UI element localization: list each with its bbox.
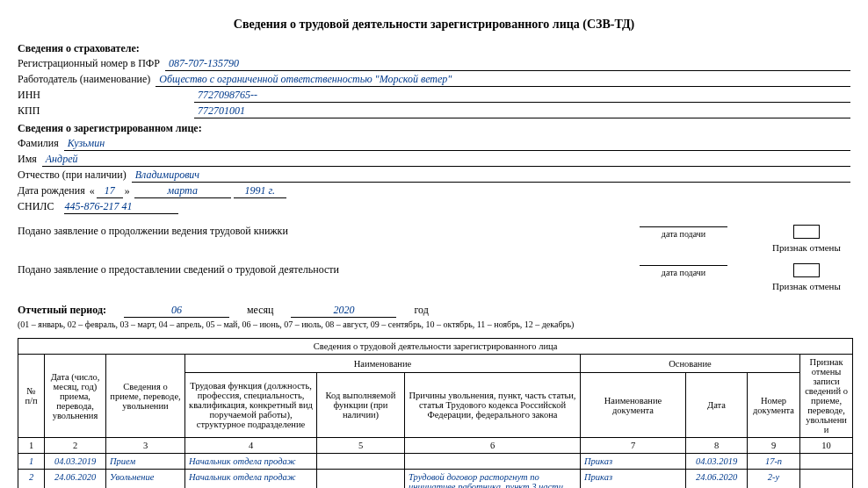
cancel-block-2: Признак отмены: [763, 263, 850, 291]
table-caption: Сведения о трудовой деятельности зарегис…: [18, 339, 853, 355]
hdr-cancel: Признак отмены записи сведений о приеме,…: [800, 355, 853, 438]
r2-event: Увольнение: [106, 470, 185, 489]
r1-n: 1: [18, 454, 45, 470]
table-row: 2 24.06.2020 Увольнение Начальник отдела…: [18, 470, 853, 489]
period-month-label: месяц: [247, 304, 274, 317]
colnum-3: 3: [106, 438, 185, 454]
r2-ddate: 24.06.2020: [686, 470, 748, 489]
hdr-dnum: Номер документа: [748, 373, 800, 438]
reg-label: Регистрационный номер в ПФР: [18, 57, 165, 70]
r1-cancel: [800, 454, 853, 470]
patronymic-value: Владимирович: [132, 169, 850, 183]
cancel-box-2: [793, 263, 820, 277]
r2-doc: Приказ: [581, 470, 686, 489]
r2-n: 2: [18, 470, 45, 489]
hdr-naim: Наименование: [185, 355, 581, 373]
colnum-8: 8: [686, 438, 748, 454]
application-line1: Подано заявление о продолжении ведения т…: [18, 225, 604, 238]
firstname-label: Имя: [18, 153, 42, 166]
patronymic-label: Отчество (при наличии): [18, 169, 132, 182]
colnum-5: 5: [317, 438, 405, 454]
colnum-6: 6: [405, 438, 581, 454]
hdr-osn: Основание: [581, 355, 800, 373]
hdr-doc: Наименование документа: [581, 373, 686, 438]
r2-code: [317, 470, 405, 489]
activity-table: Сведения о трудовой деятельности зарегис…: [18, 338, 853, 488]
colnum-1: 1: [18, 438, 45, 454]
date-submit-2: дата подачи: [640, 263, 727, 277]
cancel-label-2: Признак отмены: [763, 281, 850, 291]
period-label: Отчетный период:: [18, 304, 106, 317]
period-year-label: год: [414, 304, 428, 317]
dob-year: 1991 г.: [234, 184, 286, 198]
r1-date: 04.03.2019: [45, 454, 106, 470]
r1-event: Прием: [106, 454, 185, 470]
snils-label: СНИЛС: [18, 200, 54, 213]
dob-day: 17: [97, 184, 123, 198]
kpp-label: КПП: [18, 104, 194, 118]
r1-doc: Приказ: [581, 454, 686, 470]
surname-label: Фамилия: [18, 137, 64, 150]
colnum-9: 9: [748, 438, 800, 454]
dob-label: Дата рождения: [18, 184, 85, 197]
hdr-npp: № п/п: [18, 355, 45, 438]
surname-value: Кузьмин: [64, 137, 850, 151]
r2-cancel: [800, 470, 853, 489]
page-title: Сведения о трудовой деятельности зарегис…: [18, 18, 850, 32]
r1-code: [317, 454, 405, 470]
employer-value: Общество с ограниченной ответственностью…: [156, 73, 850, 87]
cancel-label-1: Признак отмены: [763, 242, 850, 253]
r2-reason: Трудовой договор расторгнут по инициатив…: [405, 470, 581, 489]
colnum-4: 4: [185, 438, 317, 454]
r1-dnum: 17-п: [748, 454, 800, 470]
colnum-7: 7: [581, 438, 686, 454]
r2-func: Начальник отдела продаж: [185, 470, 317, 489]
colnum-10: 10: [800, 438, 853, 454]
cancel-box-1: [793, 225, 820, 239]
dob-month: марта: [134, 184, 231, 198]
dob-row: Дата рождения «17» марта 1991 г.: [18, 184, 850, 198]
r2-date: 24.06.2020: [45, 470, 106, 489]
kpp-value: 772701001: [194, 104, 850, 118]
colnum-2: 2: [45, 438, 106, 454]
hdr-event: Сведения о приеме, переводе, увольнении: [106, 355, 185, 438]
period-month-value: 06: [124, 304, 229, 318]
hdr-ddate: Дата: [686, 373, 748, 438]
hdr-date: Дата (число, месяц, год) приема, перевод…: [45, 355, 106, 438]
cancel-block-1: Признак отмены: [763, 225, 850, 253]
period-hint: (01 – январь, 02 – февраль, 03 – март, 0…: [18, 319, 850, 329]
r1-ddate: 04.03.2019: [686, 454, 748, 470]
hdr-code: Код выполняемой функции (при наличии): [317, 373, 405, 438]
hdr-reason: Причины увольнения, пункт, часть статьи,…: [405, 373, 581, 438]
date-submit-label-1: дата подачи: [640, 226, 727, 239]
date-submit-1: дата подачи: [640, 225, 727, 239]
hdr-func: Трудовая функция (должность, профессия, …: [185, 373, 317, 438]
reg-value: 087-707-135790: [165, 57, 850, 71]
person-head: Сведения о зарегистрированном лице:: [18, 122, 850, 135]
application-line2: Подано заявление о предоставлении сведен…: [18, 263, 604, 276]
insurer-head: Сведения о страхователе:: [18, 42, 850, 55]
table-row: 1 04.03.2019 Прием Начальник отдела прод…: [18, 454, 853, 470]
period-year-value: 2020: [291, 304, 396, 318]
r1-func: Начальник отдела продаж: [185, 454, 317, 470]
r1-reason: [405, 454, 581, 470]
inn-label: ИНН: [18, 89, 194, 102]
employer-label: Работодатель (наименование): [18, 73, 156, 86]
firstname-value: Андрей: [42, 153, 850, 167]
inn-value: 7727098765--: [194, 89, 850, 103]
r2-dnum: 2-у: [748, 470, 800, 489]
snils-value: 445-876-217 41: [64, 200, 178, 214]
date-submit-label-2: дата подачи: [640, 265, 727, 277]
